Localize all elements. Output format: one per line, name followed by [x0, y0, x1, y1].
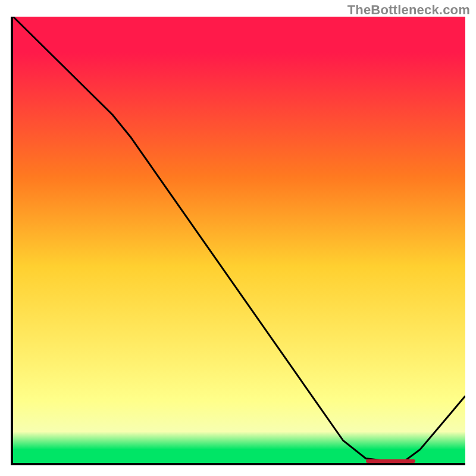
- source-label: TheBottleneck.com: [347, 2, 470, 18]
- plot-area: [13, 17, 465, 463]
- optimal-marker: [366, 459, 416, 463]
- chart-frame: [11, 17, 465, 465]
- bottleneck-curve: [13, 17, 465, 463]
- x-axis: [11, 463, 465, 465]
